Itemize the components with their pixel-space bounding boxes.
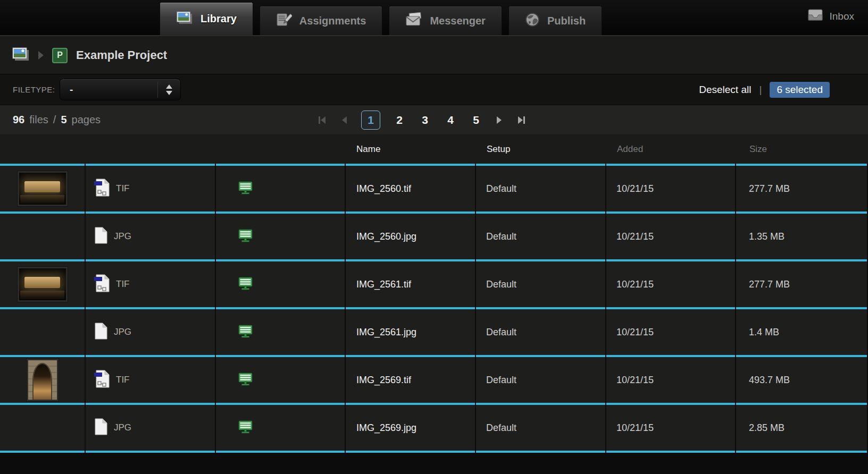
file-row-added-cell[interactable]: 10/21/15 xyxy=(606,166,735,211)
jpg-document-icon xyxy=(94,418,108,438)
file-row-filetype-cell[interactable]: JPG xyxy=(86,309,215,355)
file-row-size-cell[interactable]: 2.85 MB xyxy=(736,405,867,451)
page-button-1-current[interactable]: 1 xyxy=(361,111,380,130)
files-label: files xyxy=(29,114,48,126)
column-header-setup[interactable]: Setup xyxy=(487,134,510,164)
page-button-5[interactable]: 5 xyxy=(470,114,482,126)
green-monitor-icon xyxy=(238,420,253,436)
file-row-added-cell[interactable]: 10/21/15 xyxy=(606,357,735,403)
file-row-setup-icon-cell[interactable] xyxy=(216,405,345,451)
breadcrumb: P Example Project xyxy=(12,36,167,74)
file-row-thumbnail-cell[interactable] xyxy=(0,309,85,355)
file-row-added-cell[interactable]: 10/21/15 xyxy=(606,309,735,355)
breadcrumb-bar: P Example Project xyxy=(0,35,868,74)
file-row-setup-cell[interactable]: Default xyxy=(476,405,605,451)
green-monitor-icon xyxy=(238,277,253,292)
file-thumbnail[interactable] xyxy=(27,359,59,401)
selected-count-badge[interactable]: 6 selected xyxy=(770,82,830,98)
file-row-name-cell[interactable]: IMG_2561.jpg xyxy=(346,309,475,355)
selection-separator: | xyxy=(759,84,762,96)
file-row-setup-cell[interactable]: Default xyxy=(476,309,605,355)
file-row-setup-icon-cell[interactable] xyxy=(216,214,345,259)
tab-library[interactable]: Library xyxy=(160,2,253,35)
selection-controls: Deselect all | 6 selected xyxy=(699,74,830,105)
file-row-setup-cell[interactable]: Default xyxy=(476,261,605,307)
tab-assignments-label: Assignments xyxy=(299,15,366,27)
column-header-size[interactable]: Size xyxy=(749,134,767,164)
file-row-thumbnail-cell[interactable] xyxy=(0,166,85,211)
page-button-3[interactable]: 3 xyxy=(419,114,431,126)
jpg-document-icon xyxy=(94,322,108,342)
jpg-document-icon xyxy=(94,226,108,247)
tif-document-icon xyxy=(94,274,110,295)
file-row-setup-cell[interactable]: Default xyxy=(476,357,605,403)
filetype-filter-label: FILETYPE: xyxy=(13,74,55,105)
file-row-size-cell[interactable]: 277.7 MB xyxy=(736,166,867,211)
inbox-button[interactable]: Inbox xyxy=(807,9,854,24)
file-row-setup-icon-cell[interactable] xyxy=(216,309,345,355)
chevron-right-icon xyxy=(38,51,44,60)
file-row-size-cell[interactable]: 493.7 MB xyxy=(736,357,867,403)
file-row-size-cell[interactable]: 1.4 MB xyxy=(736,309,867,355)
file-row-setup-cell[interactable]: Default xyxy=(476,214,605,259)
page-button-2[interactable]: 2 xyxy=(393,114,406,126)
column-header-added[interactable]: Added xyxy=(617,134,643,164)
file-row-thumbnail-cell[interactable] xyxy=(0,357,85,403)
file-row-thumbnail-cell[interactable] xyxy=(0,405,85,451)
file-page-counts: 96 files / 5 pages xyxy=(13,105,101,134)
first-page-button[interactable] xyxy=(317,115,327,125)
file-row-filetype-cell[interactable]: TIF xyxy=(86,357,215,403)
file-row-size-cell[interactable]: 1.35 MB xyxy=(736,214,867,259)
filetype-dropdown[interactable]: - xyxy=(60,79,181,100)
column-header-name[interactable]: Name xyxy=(356,134,380,164)
filetype-label: JPG xyxy=(114,422,131,433)
selection-line xyxy=(0,451,85,453)
globe-icon xyxy=(525,12,540,30)
main-tabs: Library Assignments Messenger Publish xyxy=(160,2,602,35)
file-row-setup-cell[interactable]: Default xyxy=(476,166,605,211)
photo-stack-icon[interactable] xyxy=(12,47,30,64)
filetype-label: JPG xyxy=(114,327,131,337)
file-row-filetype-cell[interactable]: TIF xyxy=(86,166,215,211)
file-row-name-cell[interactable]: IMG_2569.tif xyxy=(346,357,475,403)
file-thumbnail[interactable] xyxy=(18,267,68,302)
file-thumbnail[interactable] xyxy=(18,171,68,206)
file-row-filetype-cell[interactable]: TIF xyxy=(86,261,215,307)
file-row-added-cell[interactable]: 10/21/15 xyxy=(606,405,735,451)
selection-line xyxy=(86,451,215,453)
tif-document-icon xyxy=(94,369,110,391)
file-row-filetype-cell[interactable]: JPG xyxy=(86,214,215,259)
filter-bar: FILETYPE: - Deselect all | 6 selected xyxy=(0,74,868,105)
file-row-thumbnail-cell[interactable] xyxy=(0,214,85,259)
file-row-added-cell[interactable]: 10/21/15 xyxy=(606,214,735,259)
page-button-4[interactable]: 4 xyxy=(444,114,457,126)
file-row-thumbnail-cell[interactable] xyxy=(0,261,85,307)
photo-stack-icon xyxy=(176,11,193,28)
tab-publish[interactable]: Publish xyxy=(508,6,602,35)
filetype-label: TIF xyxy=(116,183,130,194)
clipboard-pencil-icon xyxy=(276,12,292,30)
main-tab-bar: Library Assignments Messenger Publish xyxy=(0,0,868,35)
file-row-name-cell[interactable]: IMG_2560.jpg xyxy=(346,214,475,259)
previous-page-button[interactable] xyxy=(340,115,348,125)
next-page-button[interactable] xyxy=(495,115,504,125)
tab-library-label: Library xyxy=(201,13,237,25)
tab-assignments[interactable]: Assignments xyxy=(260,6,383,35)
file-row-setup-icon-cell[interactable] xyxy=(216,357,345,403)
file-row-filetype-cell[interactable]: JPG xyxy=(86,405,215,451)
file-row-added-cell[interactable]: 10/21/15 xyxy=(606,261,735,307)
counts-divider: / xyxy=(53,114,56,126)
file-row-name-cell[interactable]: IMG_2561.tif xyxy=(346,261,475,307)
deselect-all-button[interactable]: Deselect all xyxy=(699,84,751,96)
file-row-name-cell[interactable]: IMG_2569.jpg xyxy=(346,405,475,451)
last-page-button[interactable] xyxy=(516,115,527,125)
arrow-up-icon xyxy=(166,84,172,89)
envelope-icon xyxy=(405,12,422,29)
tab-messenger[interactable]: Messenger xyxy=(389,6,502,35)
file-row-setup-icon-cell[interactable] xyxy=(216,166,345,211)
pager: 1 2 3 4 5 xyxy=(317,105,527,134)
tif-document-icon xyxy=(94,178,110,199)
file-row-size-cell[interactable]: 277.7 MB xyxy=(736,261,867,307)
file-row-name-cell[interactable]: IMG_2560.tif xyxy=(346,166,475,211)
file-row-setup-icon-cell[interactable] xyxy=(216,261,345,307)
